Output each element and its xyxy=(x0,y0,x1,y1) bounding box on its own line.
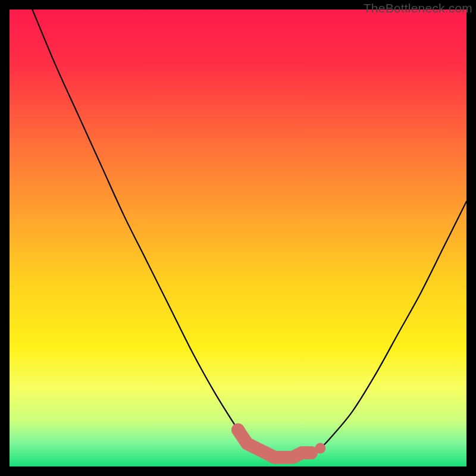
curve-layer xyxy=(10,10,466,466)
highlight-lobe xyxy=(238,430,311,458)
bottleneck-curve xyxy=(32,10,466,458)
plot-area xyxy=(10,10,466,466)
chart-root: TheBottleneck.com xyxy=(0,0,476,476)
watermark-label: TheBottleneck.com xyxy=(364,1,472,15)
highlight-markers xyxy=(231,424,325,459)
highlight-end-dot xyxy=(231,424,245,437)
highlight-dot xyxy=(315,443,325,453)
